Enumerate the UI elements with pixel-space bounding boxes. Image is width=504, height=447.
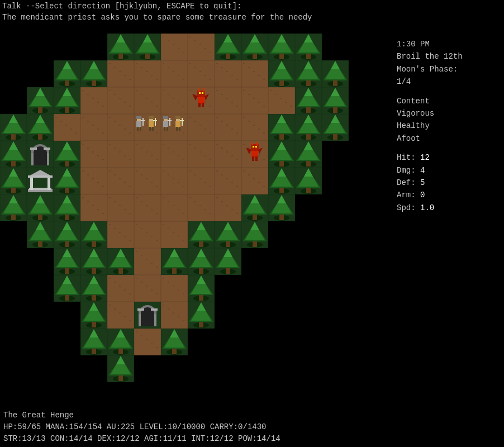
moon-label: Moon's Phase: bbox=[397, 63, 498, 75]
state-afoot: Afoot bbox=[397, 132, 498, 145]
state-vigorous: Vigorous bbox=[397, 107, 498, 120]
time-display: 1:30 PM bbox=[397, 38, 498, 50]
moon-value: 1/4 bbox=[397, 75, 498, 88]
map-canvas bbox=[0, 34, 391, 402]
message-line-2: The mendicant priest asks you to spare s… bbox=[2, 12, 389, 23]
stat-arm: Arm: 0 bbox=[397, 189, 498, 201]
location-name: The Great Henge bbox=[3, 410, 501, 421]
stats-line-2: STR:13/13 CON:14/14 DEX:12/12 AGI:11/11 … bbox=[3, 433, 501, 445]
message-line-1: Talk --Select direction [hjklyubn, ESCAP… bbox=[2, 1, 389, 12]
stat-dmg: Dmg: 4 bbox=[397, 164, 498, 177]
status-panel: 1:30 PM Broil the 12th Moon's Phase: 1/4… bbox=[391, 34, 504, 402]
stat-spd: Spd: 1.0 bbox=[397, 202, 498, 214]
bottom-bar: The Great Henge HP:59/65 MANA:154/154 AU… bbox=[0, 407, 504, 447]
game-map bbox=[0, 34, 391, 402]
date-display: Broil the 12th bbox=[397, 50, 498, 63]
message-area: Talk --Select direction [hjklyubn, ESCAP… bbox=[0, 0, 391, 24]
state-healthy: Healthy bbox=[397, 120, 498, 132]
stats-line-1: HP:59/65 MANA:154/154 AU:225 LEVEL:10/10… bbox=[3, 421, 501, 433]
stat-hit: Hit: 12 bbox=[397, 151, 498, 164]
stat-def: Def: 5 bbox=[397, 177, 498, 189]
state-content: Content bbox=[397, 95, 498, 107]
